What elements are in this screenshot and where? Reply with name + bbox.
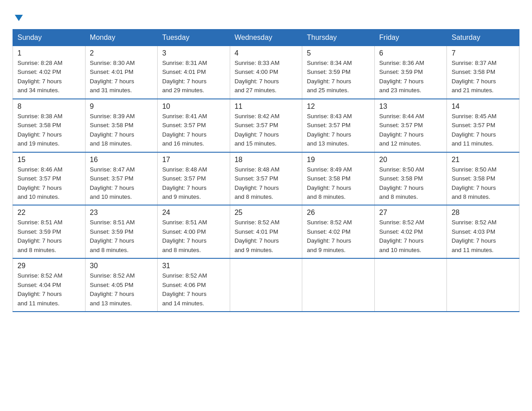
calendar-header-thursday: Thursday: [302, 30, 375, 46]
calendar-week-row: 15 Sunrise: 8:46 AMSunset: 3:57 PMDaylig…: [13, 152, 519, 206]
day-number: 3: [162, 49, 226, 57]
day-number: 20: [379, 156, 443, 164]
calendar-cell: 6 Sunrise: 8:36 AMSunset: 3:59 PMDayligh…: [374, 46, 447, 99]
calendar-cell: 4 Sunrise: 8:33 AMSunset: 4:00 PMDayligh…: [230, 46, 302, 99]
day-number: 19: [307, 156, 371, 164]
day-info: Sunrise: 8:51 AMSunset: 3:59 PMDaylight:…: [90, 219, 135, 253]
calendar-cell: 17 Sunrise: 8:48 AMSunset: 3:57 PMDaylig…: [158, 152, 230, 206]
day-info: Sunrise: 8:39 AMSunset: 3:58 PMDaylight:…: [90, 113, 135, 147]
logo: [13, 11, 24, 23]
day-info: Sunrise: 8:50 AMSunset: 3:58 PMDaylight:…: [379, 166, 424, 200]
day-info: Sunrise: 8:51 AMSunset: 3:59 PMDaylight:…: [17, 219, 62, 253]
day-number: 9: [90, 103, 154, 111]
day-info: Sunrise: 8:34 AMSunset: 3:59 PMDaylight:…: [307, 60, 352, 94]
calendar-cell: [230, 258, 302, 312]
calendar-cell: 13 Sunrise: 8:44 AMSunset: 3:57 PMDaylig…: [374, 99, 447, 152]
calendar-cell: 28 Sunrise: 8:52 AMSunset: 4:03 PMDaylig…: [447, 205, 519, 258]
day-info: Sunrise: 8:37 AMSunset: 3:58 PMDaylight:…: [451, 60, 496, 94]
svg-marker-0: [15, 15, 23, 21]
day-number: 13: [379, 103, 443, 111]
calendar-cell: [302, 258, 375, 312]
day-info: Sunrise: 8:30 AMSunset: 4:01 PMDaylight:…: [90, 60, 135, 94]
day-number: 10: [162, 103, 226, 111]
calendar-cell: 8 Sunrise: 8:38 AMSunset: 3:58 PMDayligh…: [13, 99, 86, 152]
day-info: Sunrise: 8:47 AMSunset: 3:57 PMDaylight:…: [90, 166, 135, 200]
calendar-cell: 3 Sunrise: 8:31 AMSunset: 4:01 PMDayligh…: [158, 46, 230, 99]
day-info: Sunrise: 8:48 AMSunset: 3:57 PMDaylight:…: [162, 166, 207, 200]
day-number: 5: [307, 49, 371, 57]
calendar-cell: 26 Sunrise: 8:52 AMSunset: 4:02 PMDaylig…: [302, 205, 375, 258]
calendar-cell: 20 Sunrise: 8:50 AMSunset: 3:58 PMDaylig…: [374, 152, 447, 206]
calendar-cell: 11 Sunrise: 8:42 AMSunset: 3:57 PMDaylig…: [230, 99, 302, 152]
day-number: 26: [307, 209, 371, 217]
page-header: [13, 11, 519, 23]
calendar-cell: 12 Sunrise: 8:43 AMSunset: 3:57 PMDaylig…: [302, 99, 375, 152]
day-number: 24: [162, 209, 226, 217]
day-info: Sunrise: 8:42 AMSunset: 3:57 PMDaylight:…: [235, 113, 279, 147]
day-info: Sunrise: 8:52 AMSunset: 4:06 PMDaylight:…: [162, 272, 207, 306]
day-number: 7: [451, 49, 515, 57]
calendar-cell: 25 Sunrise: 8:52 AMSunset: 4:01 PMDaylig…: [230, 205, 302, 258]
day-number: 4: [235, 49, 299, 57]
calendar-week-row: 22 Sunrise: 8:51 AMSunset: 3:59 PMDaylig…: [13, 205, 519, 258]
calendar-table: SundayMondayTuesdayWednesdayThursdayFrid…: [13, 29, 519, 312]
day-info: Sunrise: 8:52 AMSunset: 4:03 PMDaylight:…: [451, 219, 496, 253]
calendar-header-tuesday: Tuesday: [158, 30, 230, 46]
day-info: Sunrise: 8:38 AMSunset: 3:58 PMDaylight:…: [17, 113, 62, 147]
day-number: 14: [451, 103, 515, 111]
calendar-header-sunday: Sunday: [13, 30, 86, 46]
day-info: Sunrise: 8:52 AMSunset: 4:04 PMDaylight:…: [17, 272, 62, 306]
day-number: 25: [235, 209, 299, 217]
day-info: Sunrise: 8:41 AMSunset: 3:57 PMDaylight:…: [162, 113, 207, 147]
day-info: Sunrise: 8:31 AMSunset: 4:01 PMDaylight:…: [162, 60, 207, 94]
calendar-cell: 21 Sunrise: 8:50 AMSunset: 3:58 PMDaylig…: [447, 152, 519, 206]
calendar-cell: 15 Sunrise: 8:46 AMSunset: 3:57 PMDaylig…: [13, 152, 86, 206]
day-info: Sunrise: 8:52 AMSunset: 4:01 PMDaylight:…: [235, 219, 279, 253]
calendar-cell: 31 Sunrise: 8:52 AMSunset: 4:06 PMDaylig…: [158, 258, 230, 312]
calendar-cell: 5 Sunrise: 8:34 AMSunset: 3:59 PMDayligh…: [302, 46, 375, 99]
calendar-cell: 22 Sunrise: 8:51 AMSunset: 3:59 PMDaylig…: [13, 205, 86, 258]
day-number: 17: [162, 156, 226, 164]
day-info: Sunrise: 8:46 AMSunset: 3:57 PMDaylight:…: [17, 166, 62, 200]
day-info: Sunrise: 8:52 AMSunset: 4:02 PMDaylight:…: [307, 219, 352, 253]
calendar-header-friday: Friday: [374, 30, 447, 46]
logo-general-line: [13, 11, 24, 26]
calendar-cell: 18 Sunrise: 8:48 AMSunset: 3:57 PMDaylig…: [230, 152, 302, 206]
day-number: 22: [17, 209, 82, 217]
day-info: Sunrise: 8:51 AMSunset: 4:00 PMDaylight:…: [162, 219, 207, 253]
calendar-cell: 2 Sunrise: 8:30 AMSunset: 4:01 PMDayligh…: [85, 46, 158, 99]
calendar-header-wednesday: Wednesday: [230, 30, 302, 46]
calendar-cell: 1 Sunrise: 8:28 AMSunset: 4:02 PMDayligh…: [13, 46, 86, 99]
day-number: 28: [451, 209, 515, 217]
day-info: Sunrise: 8:48 AMSunset: 3:57 PMDaylight:…: [235, 166, 279, 200]
calendar-header-row: SundayMondayTuesdayWednesdayThursdayFrid…: [13, 30, 519, 46]
calendar-header-monday: Monday: [85, 30, 158, 46]
calendar-cell: 14 Sunrise: 8:45 AMSunset: 3:57 PMDaylig…: [447, 99, 519, 152]
day-info: Sunrise: 8:43 AMSunset: 3:57 PMDaylight:…: [307, 113, 352, 147]
calendar-cell: 27 Sunrise: 8:52 AMSunset: 4:02 PMDaylig…: [374, 205, 447, 258]
day-number: 6: [379, 49, 443, 57]
calendar-cell: [447, 258, 519, 312]
day-number: 15: [17, 156, 82, 164]
day-number: 8: [17, 103, 82, 111]
day-number: 30: [90, 262, 154, 270]
calendar-cell: 23 Sunrise: 8:51 AMSunset: 3:59 PMDaylig…: [85, 205, 158, 258]
calendar-week-row: 1 Sunrise: 8:28 AMSunset: 4:02 PMDayligh…: [13, 46, 519, 99]
calendar-cell: 29 Sunrise: 8:52 AMSunset: 4:04 PMDaylig…: [13, 258, 86, 312]
calendar-cell: 7 Sunrise: 8:37 AMSunset: 3:58 PMDayligh…: [447, 46, 519, 99]
day-number: 29: [17, 262, 82, 270]
day-number: 12: [307, 103, 371, 111]
day-info: Sunrise: 8:52 AMSunset: 4:05 PMDaylight:…: [90, 272, 135, 306]
day-info: Sunrise: 8:44 AMSunset: 3:57 PMDaylight:…: [379, 113, 424, 147]
day-number: 21: [451, 156, 515, 164]
calendar-cell: 10 Sunrise: 8:41 AMSunset: 3:57 PMDaylig…: [158, 99, 230, 152]
calendar-cell: 9 Sunrise: 8:39 AMSunset: 3:58 PMDayligh…: [85, 99, 158, 152]
day-info: Sunrise: 8:52 AMSunset: 4:02 PMDaylight:…: [379, 219, 424, 253]
day-number: 18: [235, 156, 299, 164]
day-number: 2: [90, 49, 154, 57]
day-number: 27: [379, 209, 443, 217]
calendar-week-row: 8 Sunrise: 8:38 AMSunset: 3:58 PMDayligh…: [13, 99, 519, 152]
calendar-cell: [374, 258, 447, 312]
calendar-cell: 19 Sunrise: 8:49 AMSunset: 3:58 PMDaylig…: [302, 152, 375, 206]
calendar-week-row: 29 Sunrise: 8:52 AMSunset: 4:04 PMDaylig…: [13, 258, 519, 312]
